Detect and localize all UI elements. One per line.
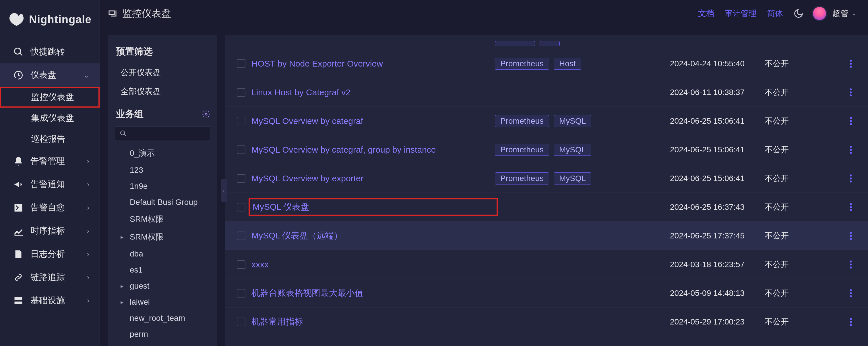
biz-item-label: new_root_team xyxy=(130,314,185,323)
gear-icon[interactable] xyxy=(202,110,210,118)
dashboard-name-link[interactable]: MySQL Overview by categraf, group by ins… xyxy=(251,145,495,155)
dashboard-name-link[interactable]: MySQL Overview by exporter xyxy=(251,174,495,183)
more-actions-icon[interactable] xyxy=(849,232,852,240)
chevron-right-icon: › xyxy=(87,274,89,281)
nav-sub-monitor-dashboard[interactable]: 监控仪表盘 xyxy=(0,87,100,107)
more-actions-icon[interactable] xyxy=(849,203,852,211)
expand-icon: ▸ xyxy=(121,298,123,306)
biz-item[interactable]: dba xyxy=(108,246,217,262)
tag[interactable]: MySQL xyxy=(554,144,591,156)
dashboard-name-link[interactable]: 机器台账表格视图最大最小值 xyxy=(251,287,495,299)
dashboard-name-link[interactable]: MySQL 仪表盘（远端） xyxy=(251,230,495,242)
nav-trace[interactable]: 链路追踪 › xyxy=(0,266,100,289)
row-checkbox[interactable] xyxy=(237,231,245,240)
biz-item[interactable]: ▸guest xyxy=(108,278,217,294)
more-actions-icon[interactable] xyxy=(849,175,852,183)
biz-item[interactable]: perm xyxy=(108,326,217,338)
log-icon xyxy=(13,249,24,259)
chevron-down-icon: ⌄ xyxy=(851,10,857,17)
biz-item[interactable]: ▸laiwei xyxy=(108,294,217,310)
row-checkbox[interactable] xyxy=(237,117,245,125)
nav-alert-notify[interactable]: 告警通知 › xyxy=(0,173,100,196)
preset-filter-heading: 预置筛选 xyxy=(108,43,217,63)
row-checkbox[interactable] xyxy=(237,88,245,97)
dashboard-updated-time: 2024-06-25 15:06:41 xyxy=(670,145,765,154)
biz-item[interactable]: ▸SRM权限 xyxy=(108,228,217,246)
row-checkbox[interactable] xyxy=(237,146,245,154)
biz-item[interactable]: new_root_team xyxy=(108,310,217,326)
server-icon xyxy=(13,295,24,306)
tag[interactable]: Prometheus xyxy=(495,172,549,185)
tag[interactable]: MySQL xyxy=(554,172,591,185)
table-row: 机器常用指标 Cloned2024-05-14 21:12:27不公开 xyxy=(225,336,868,346)
row-checkbox[interactable] xyxy=(237,260,245,269)
dashboard-name-link[interactable]: xxxx xyxy=(251,260,495,270)
theme-toggle-icon[interactable] xyxy=(794,8,804,19)
topbar-link-lang[interactable]: 简体 xyxy=(767,8,783,19)
dashboard-public: 不公开 xyxy=(765,116,839,127)
svg-point-25 xyxy=(850,289,852,291)
dashboard-tags: PrometheusHost xyxy=(495,58,670,70)
logo[interactable]: Nightingale xyxy=(0,0,100,40)
more-actions-icon[interactable] xyxy=(849,60,852,68)
filter-item-all[interactable]: 全部仪表盘 xyxy=(108,82,217,101)
biz-item[interactable]: 123 xyxy=(108,162,217,178)
row-checkbox[interactable] xyxy=(237,59,245,68)
nav-sub-inspection-report[interactable]: 巡检报告 xyxy=(0,129,100,150)
more-actions-icon[interactable] xyxy=(849,88,852,96)
nav-dashboards[interactable]: 仪表盘 ⌄ xyxy=(0,63,100,87)
dashboard-name-link[interactable]: MySQL 仪表盘 xyxy=(251,201,495,213)
biz-item[interactable]: Default Busi Group xyxy=(108,194,217,210)
row-checkbox[interactable] xyxy=(237,174,245,183)
dashboard-name-link[interactable]: Linux Host by Categraf v2 xyxy=(251,88,495,97)
nav-quickjump[interactable]: 快捷跳转 xyxy=(0,40,100,63)
biz-item[interactable]: 1n9e xyxy=(108,178,217,194)
biz-item-label: perm xyxy=(130,329,148,338)
biz-list: 0_演示1231n9eDefault Busi GroupSRM权限▸SRM权限… xyxy=(108,144,217,338)
more-actions-icon[interactable] xyxy=(849,117,852,125)
nav-alert-selfheal[interactable]: 告警自愈 › xyxy=(0,196,100,219)
nav-infra[interactable]: 基础设施 › xyxy=(0,289,100,312)
svg-point-14 xyxy=(850,177,852,179)
filter-item-public[interactable]: 公开仪表盘 xyxy=(108,63,217,82)
more-actions-icon[interactable] xyxy=(849,289,852,297)
biz-item-label: SRM权限 xyxy=(130,231,164,243)
more-actions-icon[interactable] xyxy=(849,146,852,154)
nav-sub-integrated-dashboard[interactable]: 集成仪表盘 xyxy=(0,107,100,129)
dashboard-table: HOST by Node Exporter OverviewPrometheus… xyxy=(225,35,868,346)
bird-logo-icon xyxy=(8,11,25,28)
biz-item[interactable]: es1 xyxy=(108,262,217,278)
collapse-filter-handle[interactable]: ‹ xyxy=(221,179,227,202)
nav-log-analysis[interactable]: 日志分析 › xyxy=(0,243,100,266)
avatar[interactable] xyxy=(813,7,826,20)
dashboard-updated-time: 2024-06-25 15:06:41 xyxy=(670,117,765,126)
dashboard-name-link[interactable]: 机器常用指标 xyxy=(251,316,495,327)
dashboard-name-link[interactable]: MySQL Overview by categraf xyxy=(251,116,495,126)
nav-alert-manage[interactable]: 告警管理 › xyxy=(0,150,100,173)
more-actions-icon[interactable] xyxy=(849,318,852,326)
tag[interactable]: Prometheus xyxy=(495,144,549,156)
tag[interactable]: Prometheus xyxy=(495,115,549,127)
biz-item[interactable]: 0_演示 xyxy=(108,144,217,162)
topbar-link-audit[interactable]: 审计管理 xyxy=(724,8,756,19)
nav-ts-metrics[interactable]: 时序指标 › xyxy=(0,219,100,243)
svg-point-23 xyxy=(850,263,852,265)
tag[interactable]: Host xyxy=(554,58,581,70)
tag[interactable]: MySQL xyxy=(554,115,591,127)
row-checkbox[interactable] xyxy=(237,289,245,297)
chevron-right-icon: › xyxy=(87,297,89,305)
tag[interactable]: Prometheus xyxy=(495,58,549,70)
more-actions-icon[interactable] xyxy=(849,260,852,269)
svg-point-28 xyxy=(850,318,852,320)
topbar-link-docs[interactable]: 文档 xyxy=(698,8,714,19)
dashboard-public: 不公开 xyxy=(765,58,839,69)
dashboard-name-link[interactable]: 机器常用指标 Cloned xyxy=(251,345,495,346)
biz-search-input[interactable] xyxy=(115,126,210,141)
svg-point-12 xyxy=(850,152,852,154)
user-menu[interactable]: 超管 ⌄ xyxy=(832,8,857,19)
biz-item[interactable]: SRM权限 xyxy=(108,210,217,228)
row-checkbox[interactable] xyxy=(237,318,245,326)
chevron-right-icon: › xyxy=(87,250,89,258)
dashboard-name-link[interactable]: HOST by Node Exporter Overview xyxy=(251,59,495,69)
row-checkbox[interactable] xyxy=(237,203,245,212)
